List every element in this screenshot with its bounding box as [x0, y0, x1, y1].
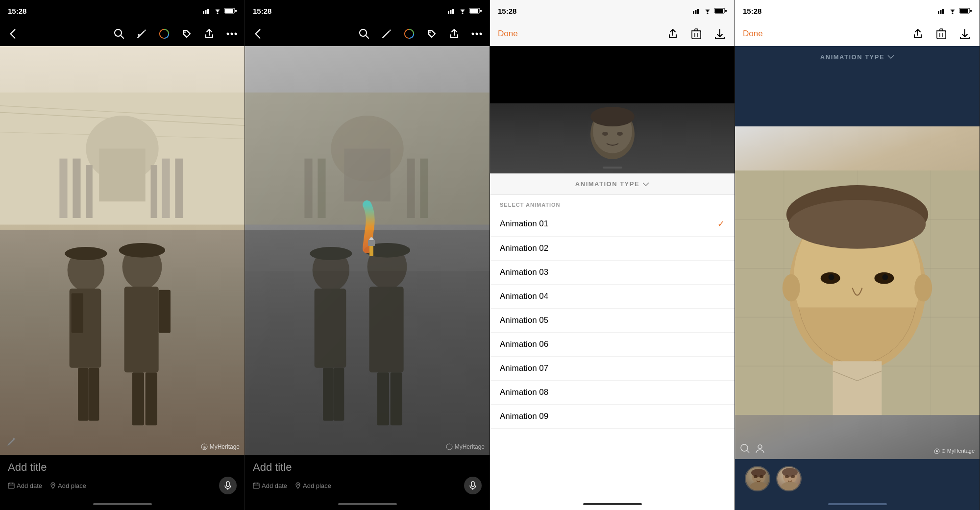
- avatar-2[interactable]: [776, 466, 802, 491]
- back-button-1[interactable]: [6, 27, 20, 41]
- face-tool-icons-4: [740, 443, 765, 454]
- avatar-face-svg-1: [746, 467, 770, 491]
- search-icon-btn-2[interactable]: [357, 27, 371, 41]
- add-title-1[interactable]: Add title: [8, 461, 237, 474]
- done-button-3[interactable]: Done: [498, 29, 518, 39]
- svg-rect-97: [692, 31, 701, 39]
- battery-icon-3: [714, 8, 727, 14]
- wifi-icon-4: [949, 8, 956, 14]
- animation-label-2: Animation 03: [500, 267, 548, 277]
- status-icons-3: [693, 8, 727, 14]
- place-meta-2[interactable]: Add place: [295, 482, 331, 489]
- add-meta-left-1: Add date Add place: [8, 482, 86, 489]
- trash-icon-btn-3[interactable]: [689, 27, 703, 41]
- animation-item-1[interactable]: Animation 02: [490, 237, 735, 261]
- status-icons-1: [203, 8, 237, 14]
- svg-rect-32: [72, 293, 83, 333]
- search-icon-btn-1[interactable]: [112, 27, 126, 41]
- svg-rect-107: [938, 11, 939, 14]
- animation-label-8: Animation 09: [500, 412, 548, 421]
- svg-rect-88: [471, 482, 474, 486]
- small-person-icon-4: [755, 443, 765, 454]
- svg-rect-2: [207, 9, 209, 14]
- animation-item-0[interactable]: Animation 01 ✓: [490, 212, 735, 237]
- svg-rect-67: [318, 159, 325, 218]
- animation-type-header-3: ANIMATION TYPE: [490, 173, 735, 195]
- svg-rect-34: [124, 287, 159, 372]
- date-meta-1[interactable]: Add date: [8, 482, 42, 489]
- status-time-1: 15:28: [8, 7, 26, 15]
- animation-item-4[interactable]: Animation 05: [490, 309, 735, 333]
- mic-button-1[interactable]: [219, 477, 237, 494]
- soldiers-svg-1: [0, 230, 245, 455]
- battery-icon-2: [469, 8, 482, 14]
- svg-point-3: [217, 13, 219, 14]
- svg-rect-24: [162, 159, 170, 218]
- status-time-2: 15:28: [253, 7, 271, 15]
- mh-logo-small-4: [934, 448, 940, 454]
- home-indicator-1: [0, 498, 245, 510]
- svg-point-105: [602, 132, 608, 136]
- animation-item-8[interactable]: Animation 09: [490, 405, 735, 429]
- mh-logo-icon-2: [446, 443, 453, 450]
- share-icon-btn-3[interactable]: [666, 27, 680, 41]
- svg-rect-76: [377, 372, 389, 425]
- mic-icon-1: [224, 481, 232, 490]
- add-title-2[interactable]: Add title: [253, 461, 482, 474]
- date-meta-2[interactable]: Add date: [253, 482, 287, 489]
- status-time-4: 15:28: [743, 7, 761, 15]
- color-circle-icon-btn-1[interactable]: [157, 27, 171, 41]
- svg-point-52: [462, 13, 464, 14]
- place-meta-1[interactable]: Add place: [50, 482, 86, 489]
- svg-point-147: [760, 475, 763, 478]
- download-icon-btn-3[interactable]: [713, 27, 727, 41]
- animation-check-0: ✓: [717, 219, 725, 229]
- mic-button-2[interactable]: [464, 477, 482, 494]
- wand-icon-btn-2[interactable]: [380, 27, 393, 41]
- svg-rect-55: [480, 10, 482, 12]
- animation-item-5[interactable]: Animation 06: [490, 333, 735, 357]
- wand-icon-btn-1[interactable]: [135, 27, 148, 41]
- brush-overlay-2: [352, 200, 392, 261]
- svg-rect-35: [132, 372, 144, 425]
- tag-icon-btn-2[interactable]: [425, 27, 439, 41]
- svg-text:⊙: ⊙: [202, 445, 206, 450]
- animation-label-0: Animation 01: [500, 219, 548, 229]
- tag-icon-btn-1[interactable]: [180, 27, 194, 41]
- avatar-1[interactable]: [745, 466, 770, 491]
- watermark-1: ⊙ MyHeritage: [201, 443, 240, 450]
- color-circle-icon-btn-2[interactable]: [402, 27, 416, 41]
- more-icon-btn-2[interactable]: [470, 27, 484, 41]
- svg-point-131: [789, 200, 926, 249]
- svg-point-59: [429, 31, 431, 33]
- animation-item-2[interactable]: Animation 03: [490, 261, 735, 285]
- animation-item-7[interactable]: Animation 08: [490, 381, 735, 405]
- done-button-4[interactable]: Done: [743, 29, 763, 39]
- svg-rect-138: [833, 361, 882, 415]
- svg-point-13: [227, 33, 229, 35]
- svg-rect-77: [391, 372, 402, 425]
- svg-rect-114: [937, 31, 946, 39]
- mh-logo-icon-1: ⊙: [201, 443, 208, 450]
- svg-rect-113: [970, 10, 972, 12]
- animation-item-6[interactable]: Animation 07: [490, 357, 735, 381]
- bottom-bar-2: Add title Add date Add place: [245, 455, 490, 498]
- download-icon-btn-4[interactable]: [958, 27, 972, 41]
- share-icon-btn-2[interactable]: [447, 27, 461, 41]
- more-icon-btn-1[interactable]: [225, 27, 239, 41]
- animation-item-3[interactable]: Animation 04: [490, 285, 735, 309]
- toolbar-icons-3: [666, 27, 727, 41]
- svg-point-62: [480, 33, 482, 35]
- drag-handle-3: [603, 167, 622, 169]
- status-icons-4: [938, 8, 972, 14]
- trash-icon-btn-4[interactable]: [934, 27, 948, 41]
- toolbar-left-2: [251, 27, 265, 41]
- svg-rect-1: [205, 10, 207, 14]
- wifi-icon-2: [459, 8, 466, 14]
- share-icon-btn-4[interactable]: [911, 27, 925, 41]
- back-button-2[interactable]: [251, 27, 265, 41]
- svg-rect-5: [225, 9, 233, 13]
- svg-rect-26: [86, 165, 92, 218]
- toolbar-1: [0, 22, 245, 46]
- share-icon-btn-1[interactable]: [202, 27, 216, 41]
